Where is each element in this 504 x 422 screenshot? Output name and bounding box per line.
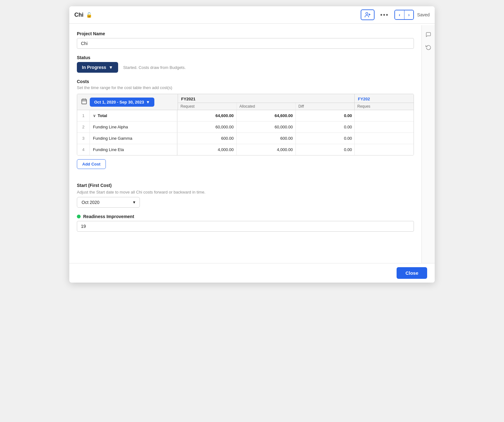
row-data-cells: 60,000.00 60,000.00 0.00	[177, 121, 414, 132]
start-select-wrapper: Oct 2020 Nov 2020 Dec 2020 Jan 2021 ▼	[77, 197, 140, 208]
row-data-cells: 64,600.00 64,600.00 0.00	[177, 110, 414, 121]
row-data-cells: 4,000.00 4,000.00 0.00	[177, 144, 414, 155]
close-button[interactable]: Close	[397, 267, 427, 279]
history-icon[interactable]	[424, 43, 433, 52]
cost-table-wrapper: Oct 1, 2020 - Sep 30, 2023 ▼ FY2021 Requ…	[77, 94, 414, 155]
fy202x-request-subheader: Reques	[355, 103, 414, 110]
row-allocated: 60,000.00	[237, 121, 296, 132]
readiness-input[interactable]	[77, 221, 414, 232]
costs-title: Costs	[77, 79, 414, 84]
date-range-cell: Oct 1, 2020 - Sep 30, 2023 ▼	[77, 94, 178, 110]
date-range-button[interactable]: Oct 1, 2020 - Sep 30, 2023 ▼	[90, 98, 154, 107]
row-label-text: Total	[98, 113, 107, 118]
project-name-label: Project Name	[77, 31, 414, 36]
footer: Close	[69, 263, 435, 283]
fy202x-col: FY202 Reques	[355, 94, 414, 110]
readiness-label: Readiness Improvement	[77, 214, 414, 219]
fy2021-col: FY2021 Request Allocated Diff	[178, 94, 355, 110]
costs-group: Costs Set the time range for the cost ta…	[77, 79, 414, 177]
table-row: 4 Funding Line Eta 4,000.00 4,000.00 0.0…	[77, 144, 414, 155]
table-row: 1 ∨ Total 64,600.00 64,600.00 0.00	[77, 110, 414, 121]
row-request: 60,000.00	[177, 121, 237, 132]
row-diff: 0.00	[296, 121, 355, 132]
row-allocated: 4,000.00	[237, 144, 296, 155]
row-allocated: 600.00	[237, 133, 296, 144]
fy-columns: FY2021 Request Allocated Diff FY202 Re	[178, 94, 414, 110]
row-diff: 0.00	[296, 144, 355, 155]
nav-prev-button[interactable]: ‹	[395, 10, 404, 19]
readiness-section: Readiness Improvement	[77, 214, 414, 232]
nav-group: ‹ ›	[394, 10, 414, 20]
add-cost-button[interactable]: Add Cost	[77, 159, 106, 169]
row-label-text: Funding Line Alpha	[93, 125, 128, 129]
readiness-status-dot	[77, 215, 81, 218]
main-content: Project Name Status In Progress ▼ Starte…	[69, 24, 421, 263]
row-label: Funding Line Alpha	[90, 121, 177, 132]
start-section: Start (First Cost) Adjust the Start date…	[77, 183, 414, 208]
row-chevron-icon[interactable]: ∨	[93, 114, 96, 118]
status-button-label: In Progress	[82, 65, 106, 70]
row-fy202x	[355, 133, 414, 144]
svg-rect-3	[82, 99, 87, 104]
fy2021-request-subheader: Request	[178, 103, 237, 110]
row-diff: 0.00	[296, 133, 355, 144]
table-row: 2 Funding Line Alpha 60,000.00 60,000.00…	[77, 121, 414, 133]
add-user-button[interactable]	[361, 9, 375, 20]
calendar-icon	[81, 98, 87, 106]
cost-table-header: Oct 1, 2020 - Sep 30, 2023 ▼ FY2021 Requ…	[77, 94, 414, 110]
start-date-select[interactable]: Oct 2020 Nov 2020 Dec 2020 Jan 2021	[77, 197, 140, 208]
start-subtitle: Adjust the Start date to move all Chi co…	[77, 190, 414, 194]
row-label-text: Funding Line Gamma	[93, 136, 132, 141]
row-number: 1	[77, 110, 90, 121]
row-request: 4,000.00	[177, 144, 237, 155]
row-allocated: 64,600.00	[237, 110, 296, 121]
fy2021-header: FY2021	[178, 94, 354, 103]
header-left: Chi 🔓	[74, 12, 92, 18]
row-label-text: Funding Line Eta	[93, 147, 124, 152]
header-right: ••• ‹ › Saved	[361, 9, 430, 20]
readiness-label-text: Readiness Improvement	[83, 214, 134, 219]
nav-next-button[interactable]: ›	[404, 10, 414, 19]
row-number: 3	[77, 133, 90, 144]
svg-point-0	[366, 13, 368, 15]
row-diff: 0.00	[296, 110, 355, 121]
date-range-label: Oct 1, 2020 - Sep 30, 2023	[94, 100, 144, 104]
sidebar	[421, 25, 435, 283]
row-number: 4	[77, 144, 90, 155]
row-label: Funding Line Gamma	[90, 133, 177, 144]
cost-table-body: 1 ∨ Total 64,600.00 64,600.00 0.00	[77, 110, 414, 155]
costs-subtitle: Set the time range for the cost table th…	[77, 85, 414, 90]
project-name-group: Project Name	[77, 31, 414, 49]
more-options-button[interactable]: •••	[378, 10, 391, 20]
row-data-cells: 600.00 600.00 0.00	[177, 133, 414, 144]
table-row: 3 Funding Line Gamma 600.00 600.00 0.00	[77, 133, 414, 144]
row-fy202x	[355, 144, 414, 155]
row-label: Funding Line Eta	[90, 144, 177, 155]
row-label: ∨ Total	[90, 110, 177, 121]
status-description: Started. Costs draw from Budgets.	[123, 65, 186, 70]
status-label: Status	[77, 55, 414, 60]
status-chevron-icon: ▼	[109, 65, 113, 70]
status-row: In Progress ▼ Started. Costs draw from B…	[77, 62, 414, 73]
status-button[interactable]: In Progress ▼	[77, 62, 118, 73]
project-name-input[interactable]	[77, 38, 414, 49]
row-request: 64,600.00	[177, 110, 237, 121]
fy2021-sub-headers: Request Allocated Diff	[178, 103, 354, 110]
header: Chi 🔓 ••• ‹ › Saved	[69, 6, 435, 24]
lock-icon: 🔓	[86, 12, 92, 18]
app-title: Chi	[74, 12, 83, 18]
comment-icon[interactable]	[424, 30, 433, 39]
saved-status: Saved	[417, 12, 430, 17]
row-fy202x	[355, 121, 414, 132]
row-request: 600.00	[177, 133, 237, 144]
status-group: Status In Progress ▼ Started. Costs draw…	[77, 55, 414, 73]
row-number: 2	[77, 121, 90, 132]
fy202x-header: FY202	[355, 94, 414, 103]
start-label: Start (First Cost)	[77, 183, 414, 188]
row-fy202x	[355, 110, 414, 121]
fy202x-sub-headers: Reques	[355, 103, 414, 110]
fy2021-allocated-subheader: Allocated	[237, 103, 296, 110]
date-range-chevron: ▼	[146, 100, 150, 104]
fy2021-diff-subheader: Diff	[296, 103, 354, 110]
